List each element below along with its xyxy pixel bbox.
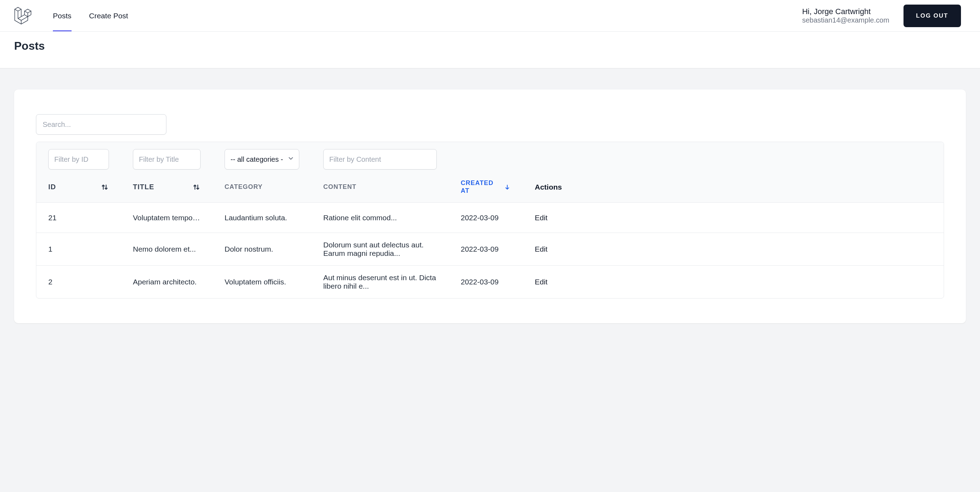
cell-content: Ratione elit commod... — [311, 214, 449, 222]
column-header-id[interactable]: ID — [36, 179, 121, 195]
top-nav: Posts Create Post Hi, Jorge Cartwright s… — [0, 0, 980, 32]
laravel-logo-icon — [14, 7, 32, 25]
main-content: -- all categories -- ID — [0, 68, 980, 344]
filters-row: -- all categories -- — [36, 142, 944, 175]
user-area: Hi, Jorge Cartwright sebastian14@example… — [802, 5, 961, 27]
sort-both-icon — [192, 183, 200, 191]
column-header-actions: Actions — [523, 179, 944, 195]
column-header-content: CONTENT — [311, 179, 449, 195]
cell-content: Dolorum sunt aut delectus aut. Earum mag… — [311, 241, 449, 258]
posts-table: -- all categories -- ID — [36, 142, 944, 298]
cell-id: 2 — [36, 278, 121, 286]
filter-category-select[interactable]: -- all categories -- — [224, 149, 299, 170]
cell-content: Aut minus deserunt est in ut. Dicta libe… — [311, 273, 449, 290]
cell-category: Voluptatem officiis. — [213, 278, 311, 286]
page-title: Posts — [14, 40, 966, 52]
nav-links: Posts Create Post — [53, 0, 128, 31]
edit-link[interactable]: Edit — [535, 245, 547, 253]
nav-posts[interactable]: Posts — [53, 0, 72, 31]
filter-id-input[interactable] — [48, 149, 109, 170]
cell-created-at: 2022-03-09 — [449, 214, 523, 222]
cell-created-at: 2022-03-09 — [449, 245, 523, 253]
table-row: 2 Aperiam architecto. Voluptatem officii… — [36, 266, 944, 298]
cell-title: Aperiam architecto. — [121, 278, 213, 286]
cell-title: Voluptatem temporibu — [121, 214, 213, 222]
column-header-created-at[interactable]: CREATED AT — [449, 179, 523, 195]
cell-created-at: 2022-03-09 — [449, 278, 523, 286]
search-input[interactable] — [36, 114, 166, 135]
page-header-wrap: Posts — [0, 32, 980, 68]
edit-link[interactable]: Edit — [535, 278, 547, 286]
sort-desc-icon — [504, 184, 511, 190]
cell-category: Laudantium soluta. — [213, 214, 311, 222]
nav-create-post[interactable]: Create Post — [89, 0, 128, 31]
edit-link[interactable]: Edit — [535, 214, 547, 222]
table-row: 21 Voluptatem temporibu Laudantium solut… — [36, 203, 944, 233]
cell-title: Nemo dolorem et... — [121, 245, 213, 253]
table-row: 1 Nemo dolorem et... Dolor nostrum. Dolo… — [36, 233, 944, 266]
filter-content-input[interactable] — [323, 149, 437, 170]
search-row — [36, 114, 944, 135]
sort-both-icon — [100, 183, 109, 191]
cell-id: 1 — [36, 245, 121, 253]
user-email: sebastian14@example.com — [802, 16, 889, 24]
logout-button[interactable]: LOG OUT — [904, 5, 961, 27]
column-header-category: CATEGORY — [213, 179, 311, 195]
cell-id: 21 — [36, 214, 121, 222]
filter-title-input[interactable] — [133, 149, 200, 170]
posts-card: -- all categories -- ID — [14, 89, 966, 323]
column-header-title[interactable]: TITLE — [121, 179, 213, 195]
table-header-row: ID TITLE CATEGORY CONTENT — [36, 175, 944, 203]
cell-category: Dolor nostrum. — [213, 245, 311, 253]
app-logo[interactable] — [14, 7, 32, 25]
user-greeting: Hi, Jorge Cartwright — [802, 7, 889, 16]
